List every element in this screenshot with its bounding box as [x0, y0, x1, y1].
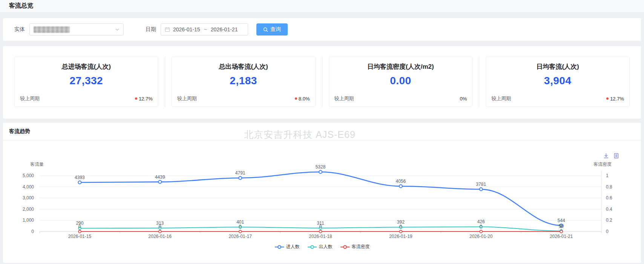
data-label: 0 — [400, 224, 402, 229]
legend-marker-icon — [307, 245, 317, 249]
stat-title: 总进场客流(人次) — [15, 62, 158, 71]
legend-label: 客流密度 — [352, 244, 370, 250]
y-axis-right-tick: 0.8 — [606, 184, 612, 190]
stat-title: 日均客流(人次) — [486, 62, 629, 71]
x-axis-label: 2026-01-20 — [469, 234, 493, 239]
data-point — [319, 170, 322, 173]
data-label: 544 — [558, 218, 565, 223]
calendar-icon — [165, 27, 170, 32]
x-axis-label: 2026-01-16 — [149, 234, 172, 239]
data-label: 0 — [480, 224, 482, 229]
date-range-input[interactable]: 2026-01-15 ~ 2026-01-21 — [161, 23, 248, 36]
stat-compare-label: 较上周期 — [334, 95, 354, 102]
y-axis-right-tick: 0.4 — [606, 207, 612, 212]
data-point — [399, 185, 402, 188]
left-axis-name: 客流量 — [30, 162, 44, 167]
change-value: 12.7% — [610, 96, 624, 102]
stats-overview: 总进场客流(人次) 27,332 较上周期 12.7% 总出场客流(人次) 2,… — [3, 46, 641, 119]
stat-change: 0% — [460, 96, 467, 102]
data-point — [78, 181, 81, 184]
legend-item-客流密度[interactable]: 客流密度 — [340, 244, 370, 250]
data-label: 5328 — [316, 164, 326, 170]
filter-bar: 实体 日期 2026-01-15 ~ 2026-01-21 查询 — [3, 18, 641, 41]
stat-value: 0.00 — [329, 75, 472, 87]
data-point — [78, 230, 81, 233]
stat-value: 27,332 — [15, 75, 158, 87]
chart-legend: 进人数出人数客流密度 — [3, 244, 641, 250]
x-axis-label: 2026-01-15 — [68, 234, 92, 239]
data-point — [480, 188, 483, 191]
data-label: 0 — [560, 224, 563, 229]
change-value: 8.0% — [299, 96, 310, 102]
stat-change: 12.7% — [135, 96, 153, 102]
stat-footer: 较上周期 12.7% — [491, 95, 624, 102]
data-label: 0 — [159, 224, 161, 229]
data-label: 0 — [78, 224, 81, 229]
y-axis-left-tick: 3,000 — [23, 195, 34, 201]
stat-footer: 较上周期 8.0% — [177, 95, 310, 102]
y-axis-right-tick: 1 — [606, 173, 609, 178]
data-point — [239, 176, 242, 179]
legend-item-出人数[interactable]: 出人数 — [307, 244, 333, 250]
data-label: 4791 — [235, 170, 245, 176]
change-dot — [606, 97, 609, 100]
change-value: 12.7% — [139, 96, 153, 102]
trend-chart: 01,0002,0003,0004,0005,00000.20.40.60.81… — [3, 140, 641, 253]
stats-row: 总进场客流(人次) 27,332 较上周期 12.7% 总出场客流(人次) 2,… — [14, 57, 630, 107]
section-title: 客流趋势 — [9, 128, 30, 135]
data-label: 0 — [319, 224, 322, 229]
data-point — [319, 230, 322, 233]
date-start-value[interactable]: 2026-01-15 — [173, 26, 200, 32]
legend-label: 出人数 — [319, 244, 333, 250]
stat-divider — [165, 57, 165, 107]
stat-change: 12.7% — [606, 96, 624, 102]
stat-title: 日均客流密度(人次/m2) — [329, 62, 472, 71]
stat-card: 总出场客流(人次) 2,183 较上周期 8.0% — [172, 57, 316, 107]
stat-card: 总进场客流(人次) 27,332 较上周期 12.7% — [14, 57, 158, 107]
stat-change: 8.0% — [295, 96, 310, 102]
data-point — [158, 181, 161, 184]
chevron-down-icon — [115, 27, 120, 32]
stat-value: 3,904 — [486, 75, 629, 87]
date-separator: ~ — [204, 26, 207, 32]
y-axis-left-tick: 0 — [31, 229, 34, 234]
y-axis-right-tick: 0.2 — [606, 218, 612, 223]
x-axis-label: 2026-01-19 — [389, 234, 412, 239]
y-axis-left-tick: 1,000 — [23, 218, 34, 223]
stat-card: 日均客流密度(人次/m2) 0.00 较上周期 0% — [329, 57, 473, 107]
stat-card: 日均客流(人次) 3,904 较上周期 12.7% — [486, 57, 630, 107]
change-dot — [135, 97, 137, 100]
y-axis-right-tick: 0.6 — [606, 195, 612, 201]
query-button-label: 查询 — [270, 26, 281, 33]
y-axis-left-tick: 5,000 — [23, 173, 34, 178]
date-end-value[interactable]: 2026-01-21 — [211, 26, 238, 32]
stat-compare-label: 较上周期 — [491, 95, 511, 102]
entity-label: 实体 — [14, 26, 25, 33]
right-axis-name: 客流密度 — [593, 162, 612, 167]
watermark: 北京安吉升科技 AJS-E69 — [244, 128, 356, 141]
data-label: 4056 — [396, 179, 406, 184]
x-axis-label: 2026-01-18 — [309, 234, 332, 239]
y-axis-right-tick: 0 — [606, 229, 609, 234]
page-title: 客流总览 — [9, 2, 33, 10]
legend-marker-icon — [340, 245, 350, 249]
y-axis-left-tick: 2,000 — [23, 207, 34, 212]
stat-compare-label: 较上周期 — [20, 95, 40, 102]
legend-item-进人数[interactable]: 进人数 — [274, 244, 300, 250]
data-point — [239, 230, 242, 233]
legend-marker-icon — [274, 245, 284, 249]
series-0-group: 439344394791532840563781544 — [75, 164, 565, 227]
series-line — [80, 172, 561, 225]
stat-footer: 较上周期 0% — [334, 95, 467, 102]
change-value: 0% — [460, 96, 467, 102]
y-axis-left-tick: 4,000 — [23, 184, 34, 190]
x-axis-label: 2026-01-17 — [228, 234, 252, 239]
data-point — [560, 230, 563, 233]
query-button[interactable]: 查询 — [256, 23, 288, 36]
data-label: 4439 — [155, 174, 165, 180]
data-point — [399, 230, 402, 233]
entity-select[interactable] — [29, 23, 124, 36]
entity-select-value-redacted — [34, 26, 70, 33]
data-label: 3781 — [476, 182, 486, 187]
trend-card: 客流趋势 北京安吉升科技 AJS-E69 01,0002,0003,0004,0… — [3, 123, 641, 263]
